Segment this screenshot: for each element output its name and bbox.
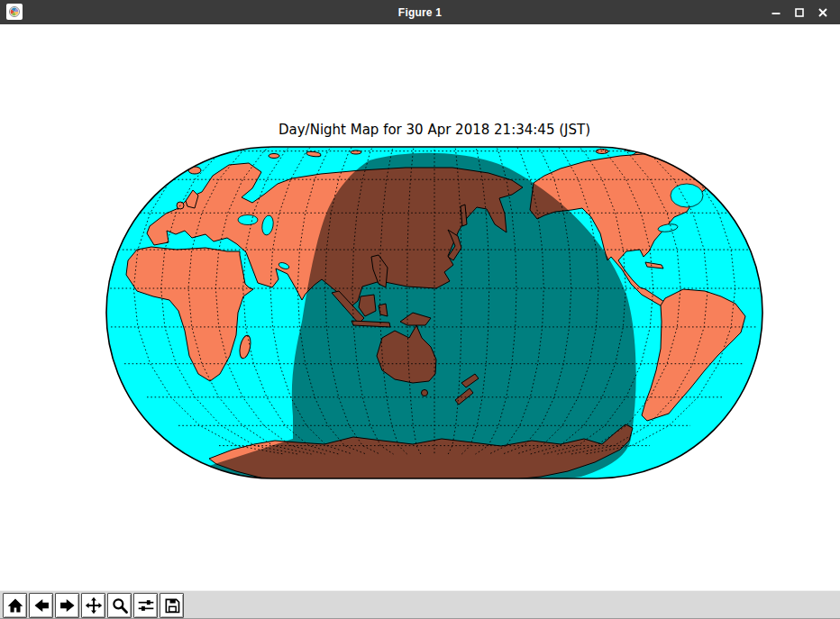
black-sea: [238, 215, 258, 225]
forward-arrow-icon: [59, 596, 77, 614]
toolbar-button-save[interactable]: [160, 593, 184, 618]
matplotlib-logo-icon: [6, 4, 23, 20]
pan-move-icon: [85, 596, 103, 614]
toolbar-button-subplots[interactable]: [133, 593, 158, 618]
toolbar-button-home[interactable]: [3, 593, 27, 618]
home-icon: [6, 596, 24, 614]
toolbar-button-pan[interactable]: [81, 593, 105, 618]
island-arctic-3: [351, 150, 361, 154]
toolbar-button-zoom[interactable]: [107, 593, 132, 618]
matplotlib-toolbar: [0, 590, 840, 619]
figure-window: Figure 1 Day/Night Map for 30 Apr 2018 2…: [0, 0, 840, 619]
close-button[interactable]: [811, 0, 835, 24]
window-controls: [764, 0, 835, 24]
save-floppy-icon: [163, 596, 181, 614]
toolbar-button-forward[interactable]: [55, 593, 79, 618]
window-title: Figure 1: [0, 6, 840, 19]
zoom-magnifier-icon: [111, 596, 129, 614]
window-titlebar[interactable]: Figure 1: [0, 0, 840, 24]
maximize-button[interactable]: [788, 0, 811, 24]
hudson-bay: [671, 184, 703, 207]
figure-canvas: Day/Night Map for 30 Apr 2018 21:34:45 (…: [0, 24, 840, 590]
toolbar-button-back[interactable]: [29, 593, 53, 618]
island-arctic-1: [269, 154, 279, 159]
back-arrow-icon: [32, 596, 50, 614]
minimize-button[interactable]: [764, 0, 788, 24]
day-night-world-map: [0, 24, 840, 590]
subplots-sliders-icon: [137, 596, 155, 614]
